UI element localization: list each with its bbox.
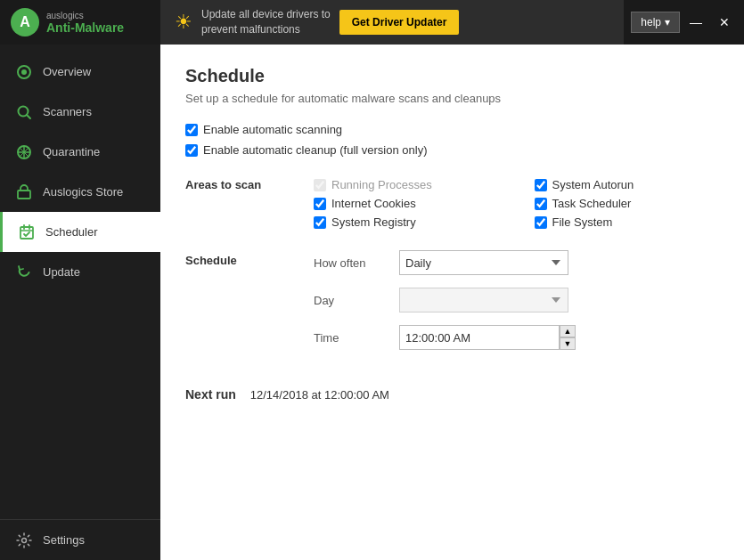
sidebar-item-quarantine[interactable]: Quarantine	[0, 132, 160, 172]
area-checkbox-internet-cookies[interactable]	[314, 198, 326, 210]
area-label: File System	[552, 215, 613, 229]
areas-content: Running Processes System Autorun Interne…	[314, 174, 719, 229]
area-checkbox-file-system[interactable]	[535, 216, 547, 229]
auto-scan-checkbox[interactable]	[185, 124, 198, 136]
overview-icon	[14, 62, 34, 81]
area-label: Internet Cookies	[331, 197, 416, 210]
window-controls: help ▾ — ✕	[624, 10, 744, 35]
auto-cleanup-row: Enable automatic cleanup (full version o…	[185, 143, 719, 157]
logo-brand: auslogics	[46, 11, 124, 20]
next-run-label: Next run	[185, 387, 236, 402]
area-running-processes: Running Processes	[314, 178, 499, 191]
title-bar: A auslogics Anti-Malware ☀ Update all de…	[0, 0, 744, 45]
day-select[interactable]	[399, 288, 568, 312]
warning-icon: ☀	[175, 11, 192, 34]
area-checkbox-running-processes[interactable]	[314, 179, 326, 191]
logo-icon: A	[11, 8, 39, 37]
how-often-select[interactable]: Daily Weekly Monthly	[399, 250, 568, 275]
schedule-content: How often Daily Weekly Monthly Day Time	[314, 250, 719, 362]
minimize-button[interactable]: —	[683, 10, 708, 35]
time-input[interactable]	[399, 325, 560, 350]
auto-cleanup-checkbox[interactable]	[185, 144, 198, 157]
settings-label: Settings	[43, 533, 85, 547]
schedule-section: Schedule How often Daily Weekly Monthly …	[185, 250, 719, 362]
time-input-wrap: ▲ ▼	[399, 325, 576, 350]
area-task-scheduler: Task Scheduler	[535, 197, 720, 210]
svg-line-3	[27, 115, 30, 118]
sidebar: Overview Scanners	[0, 45, 160, 560]
svg-point-1	[21, 69, 27, 75]
area-system-autorun: System Autorun	[535, 178, 720, 191]
time-label: Time	[314, 331, 385, 345]
sidebar-item-label: Scanners	[43, 105, 92, 118]
time-spinner: ▲ ▼	[560, 325, 576, 350]
sidebar-item-label: Quarantine	[43, 145, 100, 158]
quarantine-icon	[14, 142, 34, 161]
areas-section: Areas to scan Running Processes System A…	[185, 174, 719, 229]
next-run-value: 12/14/2018 at 12:00:00 AM	[250, 388, 389, 402]
sidebar-item-overview[interactable]: Overview	[0, 52, 160, 92]
areas-label: Areas to scan	[185, 174, 292, 229]
sidebar-item-update[interactable]: Update	[0, 252, 160, 292]
content-area: Schedule Set up a schedule for automatic…	[160, 45, 744, 560]
day-row: Day	[314, 288, 719, 312]
auto-cleanup-label[interactable]: Enable automatic cleanup (full version o…	[203, 143, 427, 157]
sidebar-item-scheduler[interactable]: Scheduler	[0, 212, 160, 252]
sidebar-item-label: Scheduler	[45, 225, 98, 239]
area-file-system: File System	[535, 215, 720, 229]
area-checkbox-task-scheduler[interactable]	[535, 198, 547, 210]
sidebar-item-scanners[interactable]: Scanners	[0, 92, 160, 132]
sidebar-item-store[interactable]: Auslogics Store	[0, 172, 160, 212]
svg-rect-9	[18, 191, 30, 199]
chevron-down-icon: ▾	[665, 16, 670, 28]
area-checkbox-system-registry[interactable]	[314, 216, 326, 229]
scanners-icon	[14, 102, 34, 121]
next-run-section: Next run 12/14/2018 at 12:00:00 AM	[185, 387, 719, 402]
time-up-button[interactable]: ▲	[560, 325, 576, 337]
area-checkbox-system-autorun[interactable]	[535, 179, 547, 191]
schedule-label: Schedule	[185, 250, 292, 362]
area-label: Running Processes	[331, 178, 432, 191]
sidebar-nav: Overview Scanners	[0, 45, 160, 519]
area-label: System Autorun	[552, 178, 634, 191]
day-label: Day	[314, 294, 385, 307]
sidebar-item-settings[interactable]: Settings	[0, 519, 160, 560]
how-often-label: How often	[314, 256, 385, 270]
page-subtitle: Set up a schedule for automatic malware …	[185, 92, 719, 105]
areas-grid: Running Processes System Autorun Interne…	[314, 178, 719, 229]
sidebar-item-label: Auslogics Store	[43, 185, 123, 199]
close-button[interactable]: ✕	[712, 10, 737, 35]
logo-name: Anti-Malware	[46, 20, 124, 35]
area-label: Task Scheduler	[552, 197, 632, 210]
area-system-registry: System Registry	[314, 215, 499, 229]
driver-updater-button[interactable]: Get Driver Updater	[339, 10, 460, 35]
notification-bar: ☀ Update all device drivers toprevent ma…	[160, 0, 624, 45]
svg-rect-10	[20, 227, 33, 239]
update-icon	[14, 263, 34, 281]
help-button[interactable]: help ▾	[631, 12, 680, 33]
page-title: Schedule	[185, 66, 719, 86]
auto-scan-row: Enable automatic scanning	[185, 123, 719, 136]
area-internet-cookies: Internet Cookies	[314, 197, 499, 210]
store-icon	[14, 183, 34, 201]
scheduler-icon	[17, 223, 37, 241]
area-label: System Registry	[331, 215, 416, 229]
time-row: Time ▲ ▼	[314, 325, 719, 350]
time-down-button[interactable]: ▼	[560, 337, 576, 350]
sidebar-item-label: Overview	[43, 65, 91, 78]
app-logo: A auslogics Anti-Malware	[0, 8, 160, 37]
how-often-row: How often Daily Weekly Monthly	[314, 250, 719, 275]
notification-text: Update all device drivers toprevent malf…	[201, 7, 331, 37]
svg-point-14	[22, 539, 27, 543]
sidebar-item-label: Update	[43, 265, 80, 279]
main-layout: Overview Scanners	[0, 45, 744, 560]
settings-icon	[14, 531, 34, 549]
auto-scan-label[interactable]: Enable automatic scanning	[203, 123, 342, 136]
